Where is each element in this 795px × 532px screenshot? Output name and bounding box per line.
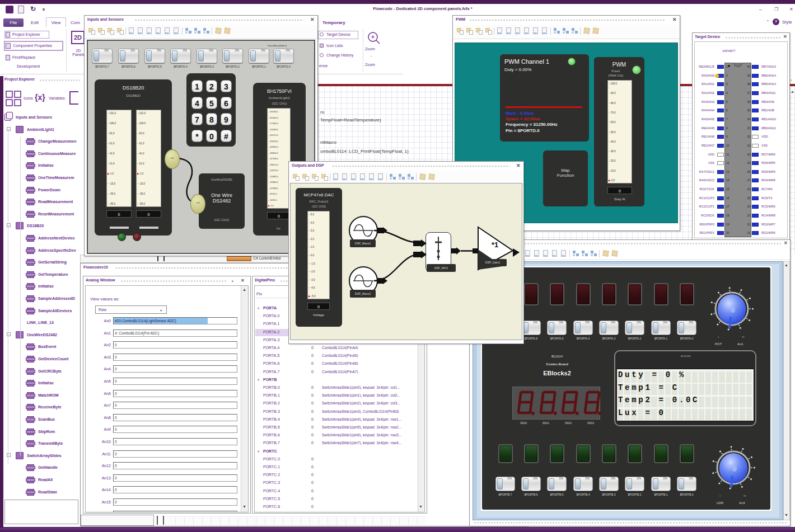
svg-text:*1: *1 — [492, 241, 498, 249]
